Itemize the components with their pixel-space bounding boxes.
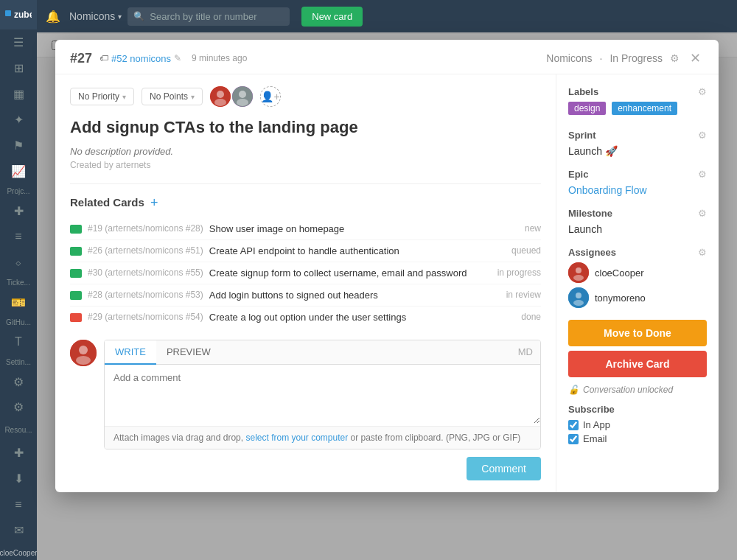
rc-status-icon-3 — [70, 269, 82, 278]
rc-title-2[interactable]: Create API endpoint to handle authentica… — [209, 245, 506, 256]
card-number: #27 — [70, 51, 92, 66]
label-enhancement[interactable]: enhancement — [612, 102, 677, 115]
assignee-avatar-1 — [210, 86, 231, 107]
close-modal-button[interactable]: ✕ — [687, 50, 704, 66]
list-icon[interactable]: ≡ — [0, 224, 37, 250]
comment-input[interactable] — [105, 365, 540, 424]
rc-status-2: queued — [511, 245, 541, 256]
logo[interactable]: zube — [0, 0, 37, 29]
workspace-nav[interactable]: Nomicons ▾ — [69, 10, 122, 22]
rc-status-icon-1 — [70, 225, 82, 234]
svg-rect-0 — [5, 10, 11, 16]
search-input[interactable] — [128, 7, 290, 26]
workspace-name: Nomicons — [69, 10, 115, 22]
related-card-item: #19 (arternets/nomicons #28) Show user i… — [70, 218, 541, 240]
mail-icon[interactable]: ✉ — [0, 517, 37, 543]
points-button[interactable]: No Points ▾ — [142, 88, 203, 105]
related-cards-list: #19 (arternets/nomicons #28) Show user i… — [70, 218, 541, 328]
epic-value[interactable]: Onboarding Flow — [568, 184, 707, 196]
assignee-tony-avatar — [568, 287, 589, 308]
tickets-label[interactable]: Ticke... — [0, 276, 37, 290]
comment-wrap: WRITE PREVIEW MD Attach images via drag … — [70, 340, 541, 449]
priority-button[interactable]: No Priority ▾ — [70, 88, 134, 105]
epic-gear-icon[interactable]: ⚙ — [698, 169, 707, 180]
settings-icon[interactable]: ⚙ — [0, 369, 37, 395]
related-card-item: #29 (arternets/nomicons #54) Create a lo… — [70, 307, 541, 328]
tags-icon[interactable]: ⬦ — [0, 250, 37, 276]
user-bottom-label[interactable]: cloeCooper — [0, 543, 38, 560]
milestone-section: Milestone ⚙ Launch — [568, 208, 707, 235]
milestone-gear-icon[interactable]: ⚙ — [698, 208, 707, 219]
subscribe-email-checkbox[interactable] — [568, 434, 579, 444]
subscribe-email[interactable]: Email — [568, 433, 707, 444]
svg-point-6 — [239, 91, 246, 98]
comment-attach-info: Attach images via drag and drop, select … — [105, 426, 540, 449]
notification-bell-icon[interactable]: 🔔 — [46, 10, 60, 24]
label-design[interactable]: design — [568, 102, 606, 115]
card-tag-link[interactable]: #52 nomicons — [111, 53, 171, 64]
feed-icon[interactable]: ⬇ — [0, 466, 37, 491]
sprint-section: Sprint ⚙ Launch 🚀 — [568, 130, 707, 157]
ticket-icon[interactable]: 🎫 — [0, 290, 37, 315]
epics-icon[interactable]: ✦ — [0, 107, 37, 133]
conversation-unlock: 🔓 Conversation unlocked — [568, 385, 707, 395]
add-member-button[interactable]: 👤+ — [260, 86, 281, 107]
resou-label[interactable]: Resou... — [0, 420, 37, 440]
subscribe-in-app-checkbox[interactable] — [568, 420, 579, 430]
tab-preview[interactable]: PREVIEW — [156, 340, 221, 365]
assignees-title: Assignees — [568, 247, 616, 258]
search-icon: 🔍 — [133, 11, 144, 21]
svg-point-10 — [76, 356, 91, 365]
labels-icon[interactable]: ⚑ — [0, 133, 37, 158]
card-title: Add signup CTAs to the landing page — [70, 117, 541, 139]
rc-title-1[interactable]: Show user image on homepage — [209, 223, 519, 234]
svg-point-7 — [237, 99, 248, 106]
header-gear-icon[interactable]: ⚙ — [670, 52, 680, 64]
rc-title-5[interactable]: Create a log out option under the user s… — [209, 312, 516, 323]
right-panel: Labels ⚙ design enhancement Sprint ⚙ Lau… — [556, 74, 719, 492]
new-card-button[interactable]: New card — [301, 7, 363, 27]
svg-text:zube: zube — [14, 10, 32, 20]
rc-status-5: done — [521, 312, 541, 322]
labels-section: Labels ⚙ design enhancement — [568, 86, 707, 118]
labels-gear-icon[interactable]: ⚙ — [698, 86, 707, 97]
markdown-icon: MD — [511, 340, 540, 364]
gear2-icon[interactable]: ⚙ — [0, 394, 37, 420]
assignee-name-2: tonymoreno — [595, 293, 646, 304]
tab-write[interactable]: WRITE — [105, 340, 156, 365]
more-list-icon[interactable]: ≡ — [0, 491, 37, 517]
add-related-card-button[interactable]: + — [150, 196, 158, 209]
sprint-gear-icon[interactable]: ⚙ — [698, 130, 707, 141]
edit-icon[interactable]: ✎ — [174, 53, 181, 63]
hamburger-icon[interactable]: ☰ — [0, 29, 37, 55]
related-card-item: #28 (arternets/nomicons #53) Add login b… — [70, 284, 541, 307]
attach-link[interactable]: select from your computer — [245, 433, 348, 443]
related-cards-title: Related Cards — [70, 196, 144, 209]
subscribe-in-app[interactable]: In App — [568, 419, 707, 430]
comment-submit-button[interactable]: Comment — [467, 457, 541, 480]
header-status: In Progress — [609, 52, 663, 64]
rc-status-1: new — [525, 223, 541, 234]
rc-title-3[interactable]: Create signup form to collect username, … — [209, 267, 492, 279]
resource-icon[interactable]: ✚ — [0, 440, 37, 466]
left-panel: No Priority ▾ No Points ▾ — [55, 74, 556, 492]
milestone-value: Launch — [568, 223, 707, 235]
settings-label[interactable]: Settin... — [0, 355, 37, 369]
projects-label[interactable]: Projc... — [0, 184, 37, 198]
sprint-header: Sprint ⚙ — [568, 130, 707, 141]
search-wrap: 🔍 — [128, 7, 290, 26]
assignees-gear-icon[interactable]: ⚙ — [698, 247, 707, 258]
github-label[interactable]: GitHu... — [0, 315, 37, 329]
workspace-icon[interactable]: ⊞ — [0, 55, 37, 81]
header-separator: · — [600, 52, 603, 64]
add-icon[interactable]: ✚ — [0, 198, 37, 224]
divider — [70, 183, 541, 184]
related-card-item: #30 (arternets/nomicons #55) Create sign… — [70, 262, 541, 284]
points-label: No Points — [150, 91, 188, 102]
github-icon[interactable]: T — [0, 329, 37, 355]
board-icon[interactable]: ▦ — [0, 81, 37, 107]
charts-icon[interactable]: 📈 — [0, 158, 37, 184]
archive-card-button[interactable]: Archive Card — [568, 351, 707, 377]
rc-title-4[interactable]: Add login buttons to signed out headers — [209, 290, 500, 301]
move-to-done-button[interactable]: Move to Done — [568, 320, 707, 346]
